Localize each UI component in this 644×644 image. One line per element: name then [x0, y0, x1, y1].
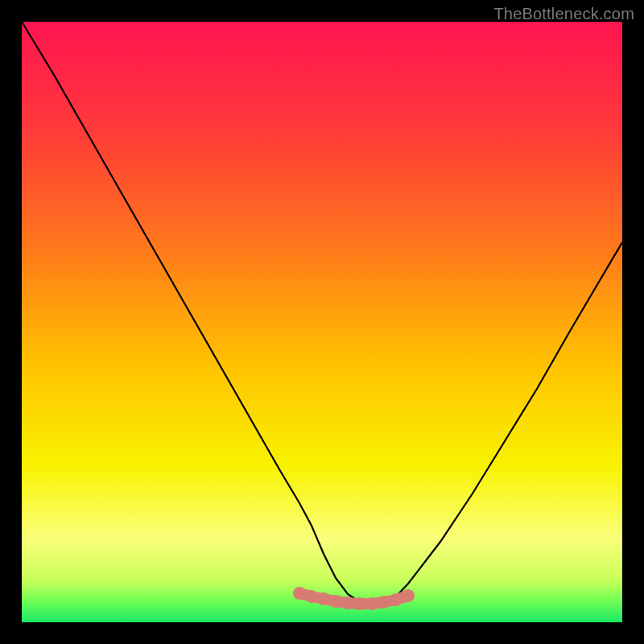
svg-point-7 [378, 596, 390, 609]
plot-area [22, 22, 622, 622]
svg-point-0 [293, 587, 306, 600]
frame: TheBottleneck.com [0, 0, 644, 644]
bottleneck-chart [22, 22, 622, 622]
svg-point-5 [353, 597, 366, 610]
gradient-background [22, 22, 622, 622]
svg-point-6 [365, 597, 378, 610]
svg-point-9 [402, 589, 415, 602]
svg-point-2 [317, 592, 330, 605]
svg-point-4 [341, 597, 354, 609]
svg-point-3 [329, 595, 342, 608]
svg-point-1 [305, 590, 318, 603]
svg-point-8 [390, 593, 402, 606]
watermark-text: TheBottleneck.com [493, 5, 634, 23]
